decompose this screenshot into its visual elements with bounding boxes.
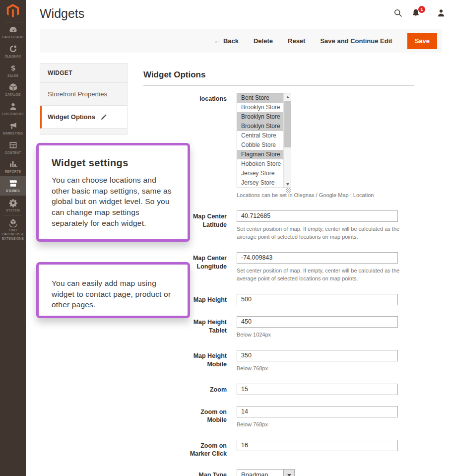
magento-logo-icon[interactable]: [0, 0, 26, 22]
location-option[interactable]: Brooklyn Store: [237, 122, 283, 131]
sidebar-item-label: DASHBOARD: [2, 35, 24, 40]
scrollbar-thumb[interactable]: [284, 101, 291, 147]
map-center-latitude-input[interactable]: [237, 210, 398, 222]
field-note: Set center position of map. If empty, ce…: [237, 225, 414, 241]
field-note: Locations can be set in Olegnax / Google…: [237, 192, 374, 200]
sidebar-item-label: CUSTOMERS: [2, 112, 23, 117]
back-arrow-icon: ←: [214, 37, 220, 45]
nav-item-storefront-properties[interactable]: Storefront Properties: [40, 83, 127, 106]
sidebar-item-label: REPORTS: [5, 170, 21, 174]
location-option[interactable]: Brooklyn Store: [237, 103, 283, 112]
nav-item-label: Storefront Properties: [48, 90, 107, 98]
location-option[interactable]: Jersey Store: [237, 178, 283, 188]
field-label: locations: [199, 95, 227, 200]
partners-icon: [8, 218, 18, 227]
form-row-zoom-on-mobile: Zoom on MobileBelow 768px: [143, 406, 414, 429]
location-option[interactable]: Hoboken Store: [237, 159, 283, 169]
zoom-on-marker-click-input[interactable]: [237, 440, 398, 451]
back-button[interactable]: ←Back: [214, 37, 239, 45]
locations-multiselect[interactable]: Bent StoreBrooklyn StoreBrooklyn StoreBr…: [237, 93, 291, 188]
scroll-down-icon[interactable]: [284, 181, 291, 188]
resize-grip[interactable]: [286, 188, 291, 193]
sidebar-item-find-partners-extensions[interactable]: FIND PARTNERS & EXTENSIONS: [0, 215, 26, 243]
sidebar-item-label: SALES: [7, 74, 18, 78]
page-actions-toolbar: ←Back Delete Reset Save and Continue Edi…: [40, 29, 442, 53]
location-option[interactable]: Jersey Store: [237, 169, 283, 178]
annotation-widget-settings: Widget settings You can choose locations…: [36, 143, 190, 242]
scrollbar[interactable]: [283, 93, 291, 188]
map-center-longitude-input[interactable]: [237, 252, 398, 264]
sidebar-item-catalog[interactable]: CATALOG: [0, 80, 26, 99]
sidebar-item-customers[interactable]: CUSTOMERS: [0, 99, 26, 119]
page-title: Widgets: [40, 6, 84, 21]
nav-panel-footer: [40, 129, 127, 135]
sidebar-item-label: SYSTEM: [6, 208, 20, 213]
sidebar-item-system[interactable]: SYSTEM: [0, 196, 26, 215]
field-label: Zoom: [210, 386, 227, 395]
location-option[interactable]: Brooklyn Store: [237, 112, 283, 122]
form-row-zoom: Zoom: [143, 384, 414, 395]
stores-icon: [8, 179, 18, 188]
sidebar-item-marketing[interactable]: MARKETING: [0, 119, 26, 138]
field-note: Below 1024px: [237, 331, 398, 339]
sidebar-item-label: FIND PARTNERS & EXTENSIONS: [0, 228, 25, 241]
sidebar-item-dashboard[interactable]: DASHBOARD: [0, 22, 26, 42]
sidebar-item-label: MARKETING: [3, 132, 23, 136]
location-option[interactable]: Bent Store: [237, 93, 283, 103]
form-row-map-height-mobile: Map Height MobileBelow 768px: [143, 350, 414, 373]
map-height-tablet-input[interactable]: [237, 316, 398, 328]
field-note: Below 768px: [237, 365, 398, 373]
search-icon[interactable]: [393, 8, 404, 19]
sidebar-item-stores[interactable]: STORES: [0, 176, 26, 196]
nav-item-label: Widget Options: [48, 113, 95, 121]
save-button[interactable]: Save: [407, 33, 437, 49]
form-section-title: Widget Options: [143, 70, 414, 86]
sidebar-item-label: CATALOG: [5, 93, 21, 97]
sales-icon: $: [8, 64, 18, 73]
header-divider: [430, 8, 430, 18]
location-option[interactable]: Central Store: [237, 131, 283, 140]
widget-nav-title: WIDGET: [40, 64, 127, 83]
sidebar-item-olegnax[interactable]: OLEGNAX: [0, 42, 26, 61]
pencil-edit-icon: [100, 114, 107, 121]
sidebar-item-reports[interactable]: REPORTS: [0, 157, 26, 176]
catalog-icon: [8, 82, 18, 92]
location-option[interactable]: Flagman Store: [237, 150, 283, 159]
form-row-zoom-on-marker-click: Zoom on Marker Click: [143, 440, 414, 459]
svg-text:$: $: [10, 64, 15, 72]
field-label: Map Height Tablet: [181, 318, 227, 339]
save-and-continue-button[interactable]: Save and Continue Edit: [320, 37, 392, 45]
sidebar-item-content[interactable]: CONTENT: [0, 138, 26, 157]
content-icon: [8, 140, 18, 150]
account-user-icon[interactable]: [436, 8, 447, 19]
field-label: Map Type: [198, 471, 227, 476]
admin-page: DASHBOARDOLEGNAX$SALESCATALOGCUSTOMERSMA…: [0, 0, 451, 476]
chevron-down-icon[interactable]: [283, 470, 294, 476]
location-option[interactable]: Cobble Store: [237, 140, 283, 150]
annotation-add-map: You can easily add map using widget to c…: [36, 262, 190, 318]
reports-icon: [8, 159, 18, 169]
map-type-select[interactable]: Roadmap: [237, 469, 295, 476]
delete-button[interactable]: Delete: [254, 37, 273, 45]
zoom-input[interactable]: [237, 384, 398, 395]
header-actions: 1: [393, 8, 451, 19]
nav-item-widget-options[interactable]: Widget Options: [40, 106, 127, 129]
field-note: Set center position of map. If empty, ce…: [237, 267, 414, 283]
notifications-bell-icon[interactable]: 1: [411, 8, 422, 19]
field-label: Map Height: [193, 296, 227, 305]
reset-button[interactable]: Reset: [288, 37, 305, 45]
marketing-icon: [8, 121, 18, 131]
annotation-text: You can choose locations and other basic…: [52, 175, 175, 228]
sidebar-item-sales[interactable]: $SALES: [0, 61, 26, 80]
sidebar-item-label: CONTENT: [5, 151, 21, 155]
annotation-title: Widget settings: [52, 157, 175, 169]
scroll-up-icon[interactable]: [284, 93, 291, 100]
sidebar-item-label: STORES: [6, 189, 20, 194]
field-label: Zoom on Mobile: [181, 408, 227, 429]
field-label: Zoom on Marker Click: [181, 442, 227, 459]
map-height-input[interactable]: [237, 294, 398, 305]
map-height-mobile-input[interactable]: [237, 350, 398, 361]
zoom-on-mobile-input[interactable]: [237, 406, 398, 417]
notification-badge: 1: [418, 6, 425, 13]
annotation-text: You can easily add map using widget to c…: [52, 278, 175, 310]
